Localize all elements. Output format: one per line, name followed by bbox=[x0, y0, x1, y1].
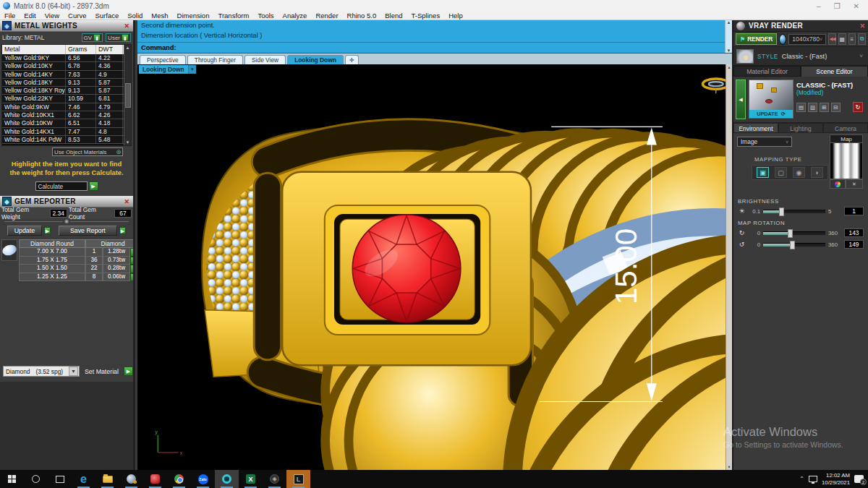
tray-expand-icon[interactable]: ⌃ bbox=[799, 476, 804, 482]
save-preset-icon[interactable]: ▤ bbox=[796, 103, 806, 112]
update-go-button[interactable]: ▶ bbox=[44, 227, 51, 234]
remove-preset-icon[interactable]: ⊟ bbox=[831, 103, 841, 112]
tab-environment[interactable]: Environment bbox=[733, 123, 778, 133]
command-scrollbar[interactable]: ▲ ▼ bbox=[725, 20, 732, 53]
task-view-button[interactable] bbox=[48, 470, 72, 488]
scroll-up-icon[interactable]: ▲ bbox=[727, 20, 731, 25]
cortana-search-button[interactable] bbox=[24, 470, 48, 488]
metal-row[interactable]: White Gold:14K PdW8.535.48 bbox=[2, 136, 131, 144]
menu-edit[interactable]: Edit bbox=[20, 12, 40, 20]
chevron-down-icon[interactable]: ˅ bbox=[859, 53, 865, 59]
menu-t-splines[interactable]: T-Splines bbox=[407, 12, 445, 20]
taskbar-game-app[interactable] bbox=[143, 470, 167, 488]
menu-render[interactable]: Render bbox=[311, 12, 342, 20]
set-material-button[interactable]: ▶ bbox=[124, 367, 133, 376]
scroll-down-icon[interactable]: ▼ bbox=[727, 465, 731, 469]
metal-row[interactable]: Yellow Gold:9KY6.564.22 bbox=[2, 54, 131, 62]
metal-row[interactable]: White Gold:10KX16.624.26 bbox=[2, 111, 131, 119]
scrollbar-thumb[interactable] bbox=[125, 83, 131, 108]
update-preview-button[interactable]: UPDATE ⟳ bbox=[749, 110, 793, 118]
view-menu-icon[interactable]: ▾ bbox=[188, 65, 196, 74]
batch-render-button[interactable]: ⧉ bbox=[858, 33, 866, 45]
taskbar-chrome[interactable] bbox=[167, 470, 191, 488]
ring-3d-model[interactable]: 15.00xy bbox=[137, 64, 732, 470]
vertical-rotation-slider[interactable] bbox=[763, 243, 825, 247]
map-thumbnail[interactable] bbox=[830, 143, 863, 179]
use-object-materials-dropdown[interactable]: Use Object Materials ◎ bbox=[52, 147, 123, 156]
tab-through-finger[interactable]: Through Finger bbox=[187, 55, 243, 64]
taskbar-clock[interactable]: 12:02 AM 10/29/2021 bbox=[822, 472, 850, 486]
tab-looking-down[interactable]: Looking Down bbox=[287, 55, 344, 64]
menu-solid[interactable]: Solid bbox=[123, 12, 147, 20]
gem-thumbnail[interactable] bbox=[1, 239, 17, 261]
update-button[interactable]: Update bbox=[7, 226, 42, 236]
metal-row[interactable]: Yellow Gold:10KY6.784.36 bbox=[2, 62, 131, 70]
command-prompt[interactable]: Command: bbox=[137, 42, 725, 53]
mapping-cube-button[interactable]: ▢ bbox=[775, 167, 787, 178]
mapping-dome-button[interactable]: ◗ bbox=[811, 167, 823, 178]
menu-curve[interactable]: Curve bbox=[64, 12, 90, 20]
vray-header[interactable]: VRAY RENDER ✕ bbox=[733, 20, 868, 32]
tab-lighting[interactable]: Lighting bbox=[778, 123, 823, 133]
mapping-screen-button[interactable]: ▣ bbox=[757, 167, 769, 178]
gem-material-dropdown[interactable]: Diamond (3.52 spg) ▼ bbox=[3, 366, 80, 377]
start-button[interactable] bbox=[0, 470, 24, 488]
restore-button[interactable]: ❐ bbox=[834, 2, 841, 10]
brightness-value[interactable]: 1 bbox=[844, 207, 864, 215]
vertical-rotation-value[interactable]: 149 bbox=[844, 240, 864, 249]
gv-toggle-button[interactable]: ▮ bbox=[93, 34, 101, 41]
menu-tools[interactable]: Tools bbox=[253, 12, 278, 20]
menu-surface[interactable]: Surface bbox=[90, 12, 123, 20]
taskbar-edge[interactable]: e bbox=[72, 470, 95, 488]
gem-row-go-button[interactable]: ▶ bbox=[130, 273, 135, 282]
menu-blend[interactable]: Blend bbox=[380, 12, 407, 20]
metal-row[interactable]: White Gold:9KW7.464.79 bbox=[2, 103, 131, 111]
gem-reporter-close-icon[interactable]: ✕ bbox=[122, 198, 131, 205]
gem-row[interactable]: 1.75 X 1.75360.73tw▶ bbox=[19, 257, 135, 265]
metal-table-scrollbar[interactable]: ▲ ▼ bbox=[124, 45, 131, 145]
tab-material-editor[interactable]: Material Editor bbox=[733, 66, 801, 77]
network-icon[interactable] bbox=[809, 476, 817, 482]
tab-perspective[interactable]: Perspective bbox=[140, 55, 186, 64]
new-viewport-tab-button[interactable]: ✛ bbox=[345, 55, 359, 64]
gem-row-go-button[interactable]: ▶ bbox=[130, 257, 135, 265]
metal-weights-header[interactable]: ◆ METAL WEIGHTS ✕ bbox=[0, 20, 133, 32]
taskbar-utility-app[interactable]: ◈ bbox=[263, 470, 286, 488]
menu-view[interactable]: View bbox=[41, 12, 64, 20]
taskbar-league-app[interactable]: L bbox=[286, 470, 310, 488]
calculate-button[interactable]: ▶ bbox=[89, 181, 98, 191]
menu-help[interactable]: Help bbox=[444, 12, 467, 20]
mapping-sphere-button[interactable]: ◉ bbox=[793, 167, 805, 178]
render-settings-button[interactable]: ▦ bbox=[838, 33, 846, 45]
metal-row[interactable]: Yellow Gold:18KY Royal9.135.87 bbox=[2, 87, 131, 95]
panel-divider[interactable]: ◉ bbox=[0, 218, 133, 225]
calculate-field[interactable]: Calculate bbox=[35, 181, 88, 191]
metal-weights-close-icon[interactable]: ✕ bbox=[122, 22, 131, 30]
tab-camera[interactable]: Camera bbox=[823, 123, 868, 133]
menu-mesh[interactable]: Mesh bbox=[147, 12, 172, 20]
expand-panel-button[interactable]: ◀ bbox=[736, 80, 746, 119]
save-report-button[interactable]: Save Report bbox=[59, 226, 117, 236]
load-preset-icon[interactable]: ▥ bbox=[808, 103, 817, 112]
viewport-view-label[interactable]: Looking Down ▾ bbox=[139, 65, 196, 74]
tab-side-view[interactable]: Side View bbox=[244, 55, 286, 64]
taskbar-file-explorer[interactable] bbox=[95, 470, 119, 488]
horizontal-rotation-value[interactable]: 143 bbox=[844, 228, 864, 237]
add-preset-icon[interactable]: ⊞ bbox=[820, 103, 829, 112]
save-report-go-button[interactable]: ▶ bbox=[119, 227, 126, 234]
horizontal-rotation-slider[interactable] bbox=[763, 231, 825, 235]
environment-type-dropdown[interactable]: Image ˅ bbox=[737, 137, 792, 147]
dropdown-arrow-icon[interactable]: ▼ bbox=[69, 367, 78, 376]
taskbar-zalo[interactable]: Zalo bbox=[191, 470, 215, 488]
map-clear-button[interactable]: ✕ bbox=[846, 179, 863, 189]
style-row[interactable]: STYLE Classic - (Fast) ˅ bbox=[733, 47, 868, 66]
metal-row[interactable]: Yellow Gold:18KY9.135.87 bbox=[2, 79, 131, 87]
scene-preview-thumbnail[interactable]: UPDATE ⟳ bbox=[749, 80, 793, 119]
render-log-button[interactable]: ≡ bbox=[848, 33, 856, 45]
rewind-button[interactable]: ◀◀ bbox=[828, 33, 836, 45]
gem-row[interactable]: 1.25 X 1.2580.06tw▶ bbox=[19, 273, 135, 282]
minimize-button[interactable]: – bbox=[817, 2, 821, 10]
gv-toggle[interactable]: GV ▮ bbox=[82, 33, 103, 42]
menu-transform[interactable]: Transform bbox=[213, 12, 253, 20]
viewport-scrollbar[interactable]: ▲ ▼ bbox=[726, 64, 732, 470]
